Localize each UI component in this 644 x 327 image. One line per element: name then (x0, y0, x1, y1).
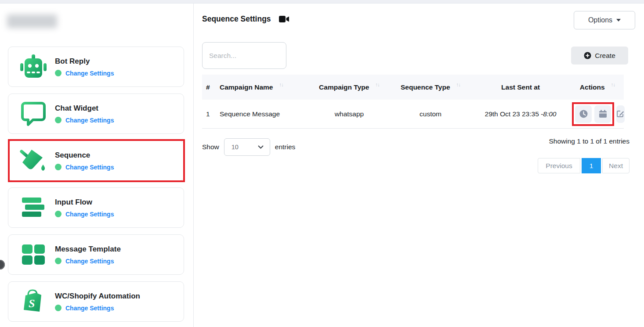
main-content: Sequence Settings Options Create (194, 4, 644, 327)
column-header-campaign-type[interactable]: Campaign Type↑↓ (308, 83, 391, 91)
sidebar-item-label: Chat Widget (55, 104, 114, 113)
sort-icon[interactable]: ↑↓ (279, 82, 283, 87)
change-settings-link[interactable]: Change Settings (65, 258, 114, 265)
column-header-sequence-type[interactable]: Sequence Type↑↓ (391, 83, 470, 91)
change-settings-link[interactable]: Change Settings (65, 211, 114, 218)
sidebar: Bot Reply Change Settings Chat Widget (0, 4, 193, 327)
row-last-sent-at: 29th Oct 23 23:35 -8:00 (470, 110, 571, 118)
paint-fill-icon (19, 147, 48, 174)
grid-icon (19, 241, 48, 268)
sort-icon[interactable]: ↑↓ (456, 82, 461, 87)
chat-bubble-icon (19, 100, 48, 127)
clock-icon (579, 110, 588, 118)
sidebar-item-label: Input Flow (55, 198, 114, 207)
create-label: Create (595, 52, 615, 60)
schedule-clock-button[interactable] (575, 105, 592, 123)
sort-icon[interactable]: ↑↓ (611, 82, 615, 87)
video-camera-icon[interactable] (279, 15, 289, 23)
page-number-button[interactable]: 1 (582, 158, 601, 173)
column-header-campaign-name[interactable]: Campaign Name↑↓ (220, 83, 308, 91)
calendar-icon (599, 110, 607, 118)
column-header-actions[interactable]: Actions↑↓ (571, 83, 624, 91)
sidebar-item-label: WC/Shopify Automation (55, 292, 140, 301)
caret-down-icon (616, 19, 621, 22)
app-logo-blurred (7, 14, 57, 28)
bars-icon (19, 194, 48, 221)
status-dot (55, 258, 62, 264)
sidebar-item-label: Bot Reply (55, 57, 114, 66)
sidebar-item-label: Sequence (55, 151, 114, 160)
entries-label: entries (275, 143, 296, 151)
sort-icon[interactable]: ↑↓ (375, 82, 380, 87)
options-label: Options (588, 16, 612, 24)
table-header-row: # Campaign Name↑↓ Campaign Type↑↓ Sequen… (202, 75, 624, 100)
page-size-select[interactable]: 10 (224, 138, 270, 156)
status-dot (55, 117, 62, 123)
status-dot (55, 164, 62, 170)
previous-page-button[interactable]: Previous (538, 158, 580, 173)
floating-widget-partial[interactable] (0, 260, 5, 270)
row-actions (571, 102, 624, 126)
app-window: Bot Reply Change Settings Chat Widget (0, 0, 644, 327)
shopify-bag-icon: S (19, 288, 48, 315)
sidebar-item-input-flow[interactable]: Input Flow Change Settings (8, 187, 184, 228)
svg-text:S: S (29, 297, 35, 310)
sequence-table: # Campaign Name↑↓ Campaign Type↑↓ Sequen… (202, 75, 624, 129)
sidebar-card-list: Bot Reply Change Settings Chat Widget (8, 47, 184, 322)
actions-highlight-box (572, 102, 614, 126)
table-row: 1 Sequence Message whatsapp custom 29th … (202, 100, 624, 129)
page-size-control: Show 10 entries (202, 138, 295, 156)
options-button[interactable]: Options (574, 11, 635, 29)
sidebar-item-bot-reply[interactable]: Bot Reply Change Settings (8, 47, 184, 87)
bot-icon (19, 53, 48, 80)
sidebar-item-chat-widget[interactable]: Chat Widget Change Settings (8, 93, 184, 134)
status-dot (55, 70, 62, 76)
change-settings-link[interactable]: Change Settings (65, 305, 114, 312)
change-settings-link[interactable]: Change Settings (65, 164, 114, 171)
plus-circle-icon (584, 52, 591, 59)
create-button[interactable]: Create (571, 47, 628, 65)
page-title: Sequence Settings (202, 14, 271, 24)
sidebar-item-message-template[interactable]: Message Template Change Settings (8, 234, 184, 275)
sidebar-item-wc-shopify-automation[interactable]: S WC/Shopify Automation Change Settings (8, 281, 184, 322)
edit-button[interactable] (616, 105, 625, 123)
row-campaign-name: Sequence Message (220, 110, 308, 118)
column-header-index: # (202, 83, 220, 91)
change-settings-link[interactable]: Change Settings (65, 70, 114, 77)
status-dot (55, 305, 62, 311)
row-sequence-type: custom (391, 110, 470, 118)
show-label: Show (202, 143, 219, 151)
search-input[interactable] (202, 42, 286, 69)
sidebar-item-label: Message Template (55, 245, 121, 254)
timezone-offset: -8:00 (541, 110, 556, 118)
chevron-down-icon (258, 145, 264, 149)
showing-entries-text: Showing 1 to 1 of 1 entries (549, 137, 630, 145)
next-page-button[interactable]: Next (602, 158, 630, 173)
column-header-last-sent-at: Last Sent at (470, 83, 571, 91)
row-index: 1 (202, 110, 220, 118)
calendar-button[interactable] (594, 105, 611, 123)
page-size-value: 10 (232, 144, 239, 151)
pagination: Previous 1 Next (538, 158, 630, 173)
row-campaign-type: whatsapp (308, 110, 391, 118)
change-settings-link[interactable]: Change Settings (65, 117, 114, 124)
sidebar-item-sequence[interactable]: Sequence Change Settings (8, 140, 184, 181)
status-dot (55, 211, 62, 217)
top-bar (0, 0, 644, 4)
edit-icon (616, 110, 625, 118)
